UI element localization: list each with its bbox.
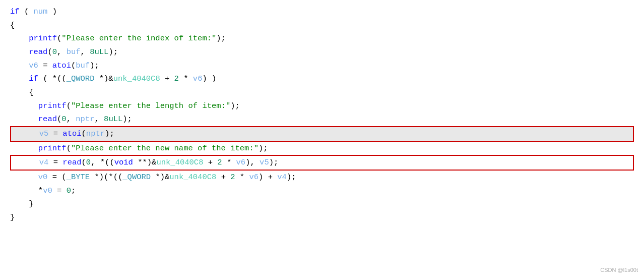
- fn-atoi: atoi: [52, 61, 71, 70]
- var-v6-4: v6: [249, 173, 259, 182]
- fn-printf3: printf: [38, 144, 67, 153]
- fn-read3: read: [62, 158, 81, 167]
- num-8ull: 8uLL: [90, 47, 108, 57]
- fn-printf: printf: [29, 34, 57, 43]
- code-container: if ( num ) { printf("Please enter the in…: [0, 0, 644, 279]
- type-byte: _BYTE: [67, 173, 90, 182]
- code-line-5: v6 = atoi(buf);: [10, 59, 634, 73]
- num-2-3: 2: [230, 173, 235, 182]
- fn-read2: read: [38, 115, 57, 124]
- code-line-7: {: [10, 86, 634, 99]
- var-unk2: unk_4040C8: [156, 158, 203, 167]
- num-2-2: 2: [217, 158, 222, 167]
- keyword-if: if: [10, 7, 20, 16]
- var-v4: v4: [39, 158, 49, 167]
- var-v0: v0: [38, 173, 48, 182]
- keyword-if2: if: [29, 74, 38, 83]
- code-line-6: if ( *((_QWORD *)&unk_4040C8 + 2 * v6) ): [10, 72, 634, 86]
- code-line-3: printf("Please enter the index of item:"…: [10, 32, 634, 45]
- var-num: num: [34, 7, 48, 16]
- var-unk3: unk_4040C8: [169, 173, 216, 182]
- var-unk: unk_4040C8: [113, 74, 160, 83]
- var-nptr: nptr: [76, 115, 94, 124]
- code-line-13: v0 = (_BYTE *)(*((_QWORD *)&unk_4040C8 +…: [10, 171, 634, 184]
- code-line-4: read(0, buf, 8uLL);: [10, 45, 634, 59]
- code-line-2: {: [10, 19, 634, 32]
- type-qword: _QWORD: [67, 74, 95, 83]
- var-v6-assign: v6: [29, 61, 38, 70]
- num-0-2: 0: [61, 115, 66, 124]
- type-qword2: _QWORD: [122, 173, 151, 182]
- fn-printf2: printf: [38, 101, 67, 110]
- watermark: CSDN @l1s00t: [600, 266, 638, 275]
- num-0: 0: [52, 47, 57, 57]
- code-line-15: }: [10, 197, 634, 211]
- code-line-8: printf("Please enter the length of item:…: [10, 99, 634, 113]
- var-v5: v5: [39, 129, 49, 138]
- str-1: "Please enter the index of item:": [61, 34, 216, 43]
- var-v6-3: v6: [236, 158, 246, 167]
- kw-void: void: [114, 158, 133, 167]
- code-line-9: read(0, nptr, 8uLL);: [10, 113, 634, 126]
- var-v0-2: v0: [43, 186, 52, 195]
- code-line-12: v4 = read(0, *((void **)&unk_4040C8 + 2 …: [10, 155, 634, 171]
- var-nptr2: nptr: [86, 129, 105, 138]
- code-line-11: printf("Please enter the new name of the…: [10, 142, 634, 155]
- var-v6-2: v6: [193, 74, 203, 83]
- var-buf-2: buf: [76, 61, 90, 70]
- fn-atoi2: atoi: [62, 129, 81, 138]
- var-buf: buf: [67, 47, 81, 57]
- var-v5-2: v5: [260, 158, 269, 167]
- num-0-3: 0: [86, 158, 91, 167]
- var-v4-2: v4: [277, 173, 287, 182]
- code-line-1: if ( num ): [10, 5, 634, 19]
- code-line-16: }: [10, 211, 634, 225]
- num-zero: 0: [67, 186, 71, 195]
- num-8ull-2: 8uLL: [104, 115, 122, 124]
- fn-read: read: [29, 47, 47, 57]
- code-line-10: v5 = atoi(nptr);: [10, 126, 634, 142]
- num-2: 2: [174, 74, 179, 83]
- str-2: "Please enter the length of item:": [71, 101, 230, 110]
- str-3: "Please enter the new name of the item:": [71, 144, 259, 153]
- code-line-14: *v0 = 0;: [10, 184, 634, 198]
